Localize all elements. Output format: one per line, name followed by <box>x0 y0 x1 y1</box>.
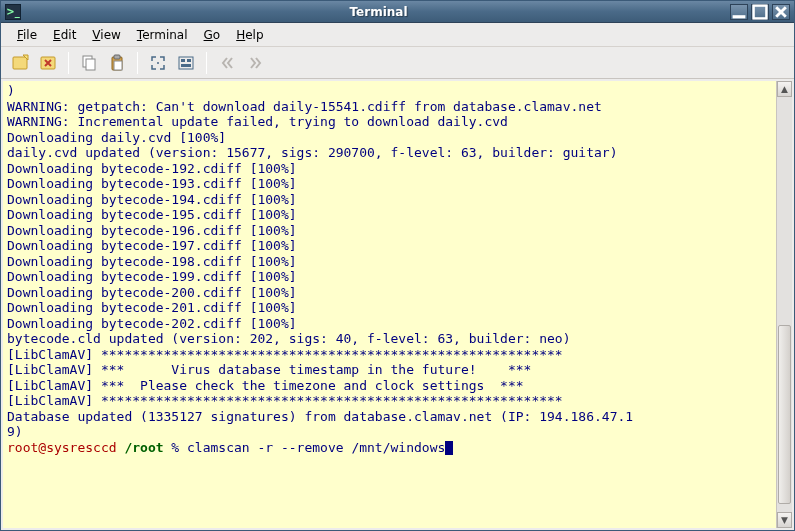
settings-button[interactable] <box>173 50 199 76</box>
menu-terminal[interactable]: Terminal <box>129 25 196 45</box>
minimize-icon <box>731 4 747 20</box>
terminal-line: WARNING: Incremental update failed, tryi… <box>7 114 772 130</box>
close-tab-icon <box>39 54 57 72</box>
svg-point-10 <box>157 62 159 64</box>
prompt-path: /root <box>124 440 163 455</box>
maximize-icon <box>752 4 768 20</box>
scrollbar[interactable]: ▲ ▼ <box>776 81 792 528</box>
terminal-line: WARNING: getpatch: Can't download daily-… <box>7 99 772 115</box>
titlebar[interactable]: >_ Terminal <box>1 1 794 23</box>
menu-help[interactable]: Help <box>228 25 271 45</box>
chevron-left-icon <box>218 54 236 72</box>
svg-rect-8 <box>114 55 120 59</box>
terminal-line: Downloading bytecode-195.cdiff [100%] <box>7 207 772 223</box>
paste-icon <box>108 54 126 72</box>
copy-icon <box>80 54 98 72</box>
minimize-button[interactable] <box>730 4 748 20</box>
prev-button[interactable] <box>214 50 240 76</box>
terminal-line: Downloading bytecode-197.cdiff [100%] <box>7 238 772 254</box>
terminal-line: [LibClamAV] *** Virus database timestamp… <box>7 362 772 378</box>
terminal-line: [LibClamAV] *** Please check the timezon… <box>7 378 772 394</box>
terminal-line: Downloading bytecode-194.cdiff [100%] <box>7 192 772 208</box>
next-button[interactable] <box>242 50 268 76</box>
menu-edit[interactable]: Edit <box>45 25 84 45</box>
fullscreen-button[interactable] <box>145 50 171 76</box>
copy-button[interactable] <box>76 50 102 76</box>
terminal-line: Downloading bytecode-200.cdiff [100%] <box>7 285 772 301</box>
svg-rect-9 <box>114 61 122 70</box>
scroll-up-button[interactable]: ▲ <box>777 81 792 97</box>
svg-rect-11 <box>179 57 193 69</box>
settings-icon <box>177 54 195 72</box>
close-button[interactable] <box>772 4 790 20</box>
terminal-area: )WARNING: getpatch: Can't download daily… <box>1 79 794 530</box>
terminal-line: Downloading bytecode-198.cdiff [100%] <box>7 254 772 270</box>
new-tab-icon <box>11 54 29 72</box>
terminal-line: daily.cvd updated (version: 15677, sigs:… <box>7 145 772 161</box>
menu-file[interactable]: File <box>9 25 45 45</box>
menu-view[interactable]: View <box>84 25 128 45</box>
svg-rect-13 <box>187 59 191 62</box>
scroll-thumb[interactable] <box>778 325 791 503</box>
toolbar-separator <box>68 52 69 74</box>
window-title: Terminal <box>27 5 730 19</box>
app-icon: >_ <box>5 4 21 20</box>
chevron-right-icon <box>246 54 264 72</box>
terminal-line: [LibClamAV] ****************************… <box>7 393 772 409</box>
terminal-line: Downloading bytecode-202.cdiff [100%] <box>7 316 772 332</box>
close-tab-button[interactable] <box>35 50 61 76</box>
terminal-line: Downloading bytecode-192.cdiff [100%] <box>7 161 772 177</box>
terminal-line: Downloading bytecode-199.cdiff [100%] <box>7 269 772 285</box>
maximize-button[interactable] <box>751 4 769 20</box>
terminal-line: ) <box>7 83 772 99</box>
prompt-user-host: root@sysresccd <box>7 440 117 455</box>
terminal-line: 9) <box>7 424 772 440</box>
svg-rect-14 <box>181 64 191 67</box>
svg-rect-1 <box>754 5 767 18</box>
new-tab-button[interactable] <box>7 50 33 76</box>
svg-rect-0 <box>733 15 746 18</box>
svg-rect-2 <box>13 57 27 69</box>
cursor <box>445 441 453 455</box>
prompt-command: clamscan -r --remove /mnt/windows <box>187 440 445 455</box>
toolbar <box>1 47 794 79</box>
svg-rect-12 <box>181 59 185 62</box>
terminal-line: bytecode.cld updated (version: 202, sigs… <box>7 331 772 347</box>
window-controls <box>730 4 790 20</box>
menu-go[interactable]: Go <box>196 25 229 45</box>
close-icon <box>773 4 789 20</box>
terminal-line: [LibClamAV] ****************************… <box>7 347 772 363</box>
terminal-line: Downloading bytecode-193.cdiff [100%] <box>7 176 772 192</box>
terminal-line: Downloading daily.cvd [100%] <box>7 130 772 146</box>
toolbar-separator <box>206 52 207 74</box>
terminal-line: Database updated (1335127 signatures) fr… <box>7 409 772 425</box>
toolbar-separator <box>137 52 138 74</box>
terminal-output[interactable]: )WARNING: getpatch: Can't download daily… <box>3 81 776 528</box>
terminal-line: Downloading bytecode-196.cdiff [100%] <box>7 223 772 239</box>
terminal-line: Downloading bytecode-201.cdiff [100%] <box>7 300 772 316</box>
fullscreen-icon <box>149 54 167 72</box>
svg-rect-6 <box>86 59 95 70</box>
scroll-track[interactable] <box>777 97 792 512</box>
terminal-prompt-line[interactable]: root@sysresccd /root % clamscan -r --rem… <box>7 440 772 456</box>
menubar: File Edit View Terminal Go Help <box>1 23 794 47</box>
paste-button[interactable] <box>104 50 130 76</box>
terminal-window: >_ Terminal File Edit View Terminal Go H… <box>0 0 795 531</box>
scroll-down-button[interactable]: ▼ <box>777 512 792 528</box>
prompt-separator: % <box>164 440 187 455</box>
